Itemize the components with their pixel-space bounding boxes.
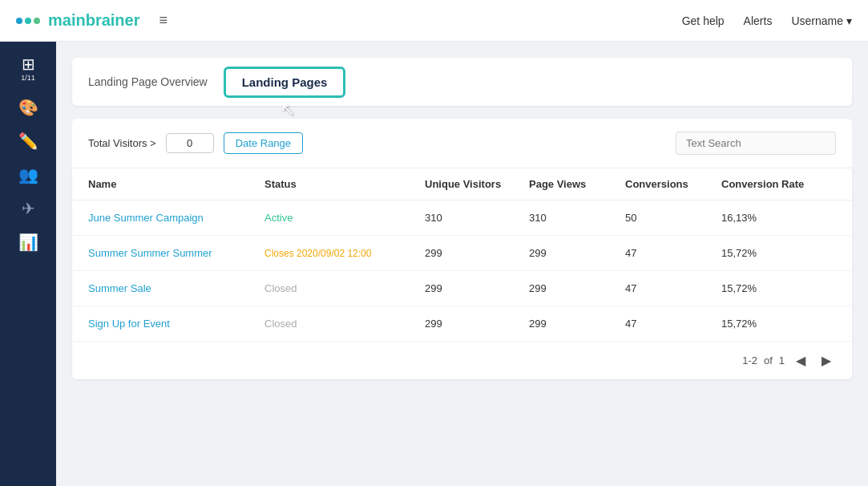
row-name[interactable]: June Summer Campaign [88,212,264,224]
cursor-arrow-icon: ↖ [281,99,295,120]
row-conversion-rate: 15,72% [721,247,834,259]
hamburger-icon[interactable]: ≡ [159,12,168,29]
table-row: June Summer Campaign Active 310 310 50 1… [72,200,852,236]
row-unique-visitors: 299 [425,318,529,330]
logo-dots [16,18,40,24]
logo-dot-blue [16,18,22,24]
row-conversion-rate: 16,13% [721,212,834,224]
row-name[interactable]: Summer Sale [88,282,264,294]
date-range-button[interactable]: Date Range [224,132,303,154]
col-header-status: Status [264,178,425,190]
pagination-total: 1 [779,354,785,367]
table-row: Summer Sale Closed 299 299 47 15,72% [72,271,852,306]
table-row: Summer Summer Summer Closes 2020/09/02 1… [72,236,852,271]
dashboard-icon: ⊞ [22,56,35,72]
pagination: 1-2 of 1 ◀ ▶ [72,341,852,379]
col-header-conversion-rate: Conversion Rate [721,178,834,190]
logo-dot-green [34,18,40,24]
sidebar-label-dashboard: 1/11 [21,74,35,82]
row-status: Closes 2020/09/02 12:00 [264,248,425,259]
content-area: Landing Page Overview Landing Pages ↖ To… [56,42,868,486]
top-navigation: mainbrainer ≡ Get help Alerts Username ▾ [0,0,868,42]
logo-accent: brainer [86,11,140,29]
filter-bar: Total Visitors > Date Range [72,119,852,168]
row-conversion-rate: 15,72% [721,282,834,294]
row-conversions: 50 [625,212,721,224]
username-arrow-icon: ▾ [846,14,852,27]
nav-right: Get help Alerts Username ▾ [682,14,852,27]
row-status: Closed [264,282,425,294]
sidebar-item-chart[interactable]: 📊 [0,228,56,257]
pagination-prev-button[interactable]: ◀ [791,351,810,370]
table-row: Sign Up for Event Closed 299 299 47 15,7… [72,306,852,341]
row-page-views: 299 [529,247,625,259]
table-header: Name Status Unique Visitors Page Views C… [72,168,852,200]
pagination-range: 1-2 [742,354,757,367]
col-header-conversions: Conversions [625,178,721,190]
row-name[interactable]: Sign Up for Event [88,318,264,330]
username-label: Username [791,14,843,27]
data-table: Name Status Unique Visitors Page Views C… [72,168,852,379]
users-icon: 👥 [18,167,38,183]
row-unique-visitors: 299 [425,247,529,259]
chart-icon: 📊 [18,234,38,250]
logo-dot-teal [25,18,31,24]
text-search-input[interactable] [676,132,836,155]
row-conversions: 47 [625,318,721,330]
breadcrumb-overview: Landing Page Overview [88,75,208,88]
pencil-icon: ✏️ [18,133,38,149]
landing-pages-tab-wrapper: Landing Pages ↖ [224,67,346,98]
table-body: June Summer Campaign Active 310 310 50 1… [72,200,852,341]
sidebar-item-send[interactable]: ✈ [0,194,56,223]
row-name[interactable]: Summer Summer Summer [88,247,264,259]
breadcrumb-card: Landing Page Overview Landing Pages ↖ [72,58,852,106]
row-page-views: 299 [529,318,625,330]
sidebar-item-users[interactable]: 👥 [0,160,56,189]
logo-text: mainbrainer [48,11,140,30]
row-status: Closed [264,318,425,330]
row-page-views: 310 [529,212,625,224]
sidebar-item-edit[interactable]: ✏️ [0,127,56,156]
pagination-next-button[interactable]: ▶ [817,351,836,370]
get-help-link[interactable]: Get help [682,14,725,27]
total-visitors-input[interactable] [166,133,214,153]
username-menu[interactable]: Username ▾ [791,14,852,27]
alerts-link[interactable]: Alerts [744,14,773,27]
pagination-of-label: of [764,354,773,367]
row-conversions: 47 [625,247,721,259]
row-unique-visitors: 310 [425,212,529,224]
table-section: Total Visitors > Date Range Name Status … [72,119,852,379]
main-layout: ⊞ 1/11 🎨 ✏️ 👥 ✈ 📊 Landing Page Overview … [0,42,868,486]
sidebar: ⊞ 1/11 🎨 ✏️ 👥 ✈ 📊 [0,42,56,486]
logo-area: mainbrainer ≡ [16,11,168,30]
row-conversion-rate: 15,72% [721,318,834,330]
row-page-views: 299 [529,282,625,294]
logo-main: main [48,11,86,29]
row-conversions: 47 [625,282,721,294]
palette-icon: 🎨 [18,99,38,115]
row-status: Active [264,212,425,224]
row-unique-visitors: 299 [425,282,529,294]
col-header-unique-visitors: Unique Visitors [425,178,529,190]
col-header-page-views: Page Views [529,178,625,190]
landing-pages-tab[interactable]: Landing Pages [224,67,346,98]
send-icon: ✈ [22,200,35,217]
sidebar-item-dashboard[interactable]: ⊞ 1/11 [0,50,56,88]
total-visitors-label: Total Visitors > [88,137,156,149]
col-header-name: Name [88,178,264,190]
sidebar-item-analytics[interactable]: 🎨 [0,93,56,122]
